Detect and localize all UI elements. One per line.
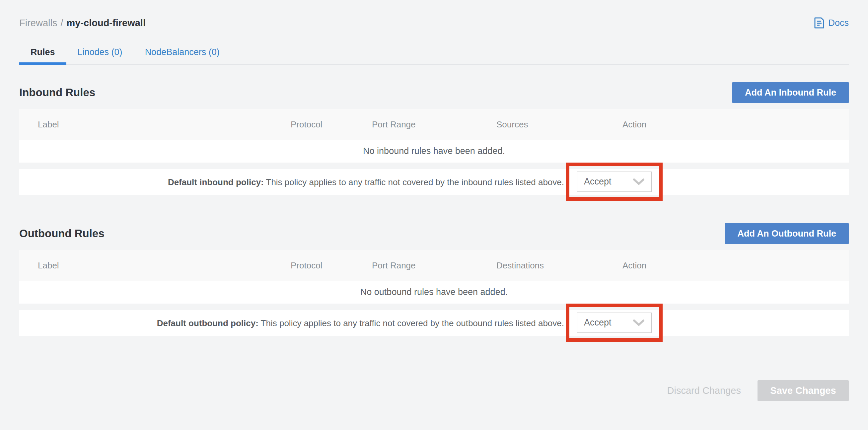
inbound-column-protocol: Protocol: [291, 119, 372, 130]
inbound-section-header: Inbound Rules Add An Inbound Rule: [19, 82, 849, 103]
breadcrumb: Firewalls / my-cloud-firewall: [19, 18, 146, 29]
inbound-policy-row: Default inbound policy: This policy appl…: [19, 169, 849, 195]
inbound-empty-message: No inbound rules have been added.: [363, 146, 505, 156]
inbound-rules-table: Label Protocol Port Range Sources Action…: [19, 109, 849, 195]
outbound-rules-table: Label Protocol Port Range Destinations A…: [19, 250, 849, 336]
tab-rules[interactable]: Rules: [19, 47, 66, 65]
inbound-policy-text: This policy applies to any traffic not c…: [264, 177, 564, 187]
add-outbound-rule-button[interactable]: Add An Outbound Rule: [725, 223, 849, 244]
outbound-policy-highlight-box: Accept: [566, 304, 662, 342]
inbound-column-port-range: Port Range: [372, 119, 496, 130]
outbound-rules-heading: Outbound Rules: [19, 227, 104, 240]
tab-bar: Rules Linodes (0) NodeBalancers (0): [19, 47, 849, 65]
inbound-empty-row: No inbound rules have been added.: [19, 140, 849, 162]
outbound-empty-row: No outbound rules have been added.: [19, 281, 849, 304]
inbound-column-label: Label: [38, 119, 291, 130]
inbound-rules-heading: Inbound Rules: [19, 86, 95, 99]
discard-changes-button[interactable]: Discard Changes: [667, 385, 741, 396]
row-gap: [19, 304, 849, 310]
outbound-policy-select[interactable]: Accept: [577, 312, 652, 333]
inbound-policy-label: Default inbound policy:: [168, 177, 264, 187]
chevron-down-icon: [633, 319, 644, 326]
tab-nodebalancers[interactable]: NodeBalancers (0): [134, 47, 231, 65]
inbound-policy-highlight-box: Accept: [566, 162, 662, 201]
page-title: my-cloud-firewall: [66, 18, 146, 29]
document-icon: [814, 17, 824, 29]
outbound-policy-row: Default outbound policy: This policy app…: [19, 310, 849, 336]
inbound-policy-description: Default inbound policy: This policy appl…: [168, 177, 564, 187]
outbound-policy-label: Default outbound policy:: [157, 318, 258, 328]
outbound-column-action: Action: [622, 260, 849, 271]
inbound-table-header: Label Protocol Port Range Sources Action: [19, 109, 849, 140]
outbound-column-protocol: Protocol: [291, 260, 372, 271]
topbar: Firewalls / my-cloud-firewall Docs: [19, 0, 849, 29]
outbound-policy-text: This policy applies to any traffic not c…: [258, 318, 564, 328]
outbound-policy-description: Default outbound policy: This policy app…: [157, 318, 564, 329]
inbound-column-action: Action: [622, 119, 849, 130]
row-gap: [19, 162, 849, 169]
docs-link-label: Docs: [828, 18, 849, 28]
outbound-column-destinations: Destinations: [496, 260, 622, 271]
inbound-column-sources: Sources: [496, 119, 622, 130]
outbound-column-port-range: Port Range: [372, 260, 496, 271]
inbound-policy-selected-value: Accept: [584, 177, 612, 187]
outbound-empty-message: No outbound rules have been added.: [360, 287, 508, 297]
chevron-down-icon: [633, 179, 644, 185]
docs-link[interactable]: Docs: [814, 17, 849, 29]
tab-linodes[interactable]: Linodes (0): [66, 47, 134, 65]
save-changes-button[interactable]: Save Changes: [757, 380, 849, 401]
outbound-table-header: Label Protocol Port Range Destinations A…: [19, 250, 849, 281]
outbound-column-label: Label: [38, 260, 291, 271]
breadcrumb-firewalls-link[interactable]: Firewalls: [19, 18, 57, 29]
outbound-section-header: Outbound Rules Add An Outbound Rule: [19, 223, 849, 244]
firewall-detail-page: Firewalls / my-cloud-firewall Docs Rules…: [0, 0, 868, 430]
inbound-policy-select[interactable]: Accept: [577, 172, 652, 192]
footer-actions: Discard Changes Save Changes: [19, 380, 849, 401]
breadcrumb-separator: /: [60, 18, 63, 29]
add-inbound-rule-button[interactable]: Add An Inbound Rule: [732, 82, 849, 103]
outbound-policy-selected-value: Accept: [584, 317, 612, 328]
